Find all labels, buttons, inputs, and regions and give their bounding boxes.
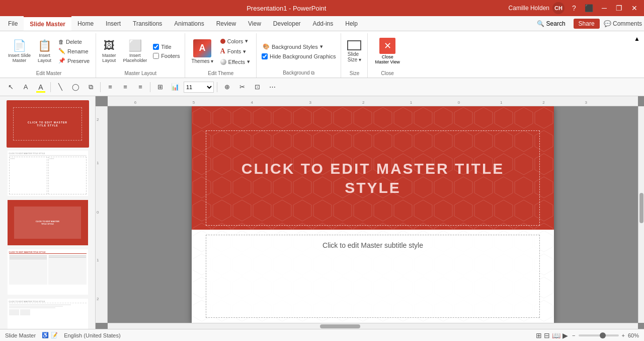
slide-4-preview: CLICK TO EDIT MASTER TITLE STYLE bbox=[8, 249, 88, 295]
tab-insert[interactable]: Insert bbox=[100, 16, 127, 31]
hide-background-checkbox[interactable]: Hide Background Graphics bbox=[260, 53, 338, 60]
slide-size-button[interactable]: SlideSize ▾ bbox=[344, 38, 364, 64]
title-checkbox[interactable]: Title bbox=[151, 43, 182, 50]
slide-3-preview: CLICK TO EDIT MASTERTITLE STYLE bbox=[8, 200, 88, 245]
zoom-thumb[interactable] bbox=[600, 332, 606, 338]
background-label: Background ⧉ bbox=[260, 69, 338, 78]
tab-view[interactable]: View bbox=[242, 16, 267, 31]
presentation-view-button[interactable]: ▶ bbox=[562, 331, 568, 339]
tab-addins[interactable]: Add-ins bbox=[307, 16, 340, 31]
zoom-in-button[interactable]: + bbox=[622, 332, 625, 338]
title-placeholder[interactable]: CLICK TO EDIT MASTER TITLE STYLE bbox=[206, 130, 540, 226]
ruler-horizontal: 6 5 4 3 2 1 0 1 2 3 bbox=[108, 96, 638, 106]
effects-button[interactable]: Effects ▾ bbox=[217, 57, 253, 66]
view-buttons: ⊞ ⊟ 📖 ▶ bbox=[536, 331, 568, 339]
colors-button[interactable]: Colors ▾ bbox=[217, 37, 253, 45]
close-master-label: CloseMaster View bbox=[375, 55, 399, 65]
align-left[interactable]: ≡ bbox=[104, 81, 117, 94]
slide-thumb-4[interactable]: CLICK TO EDIT MASTER TITLE STYLE bbox=[7, 248, 89, 296]
share-button[interactable]: Share bbox=[574, 19, 600, 29]
zoom-slider[interactable] bbox=[579, 334, 619, 336]
user-initials: CH bbox=[554, 5, 562, 11]
help-icon[interactable]: ? bbox=[569, 3, 580, 14]
edit-master-label: Edit Master bbox=[5, 70, 93, 78]
tab-slide-master[interactable]: Slide Master bbox=[24, 16, 71, 31]
insert-placeholder-button[interactable]: ⬜ InsertPlaceholder bbox=[120, 37, 150, 65]
themes-button[interactable]: A Themes ▾ bbox=[188, 37, 216, 66]
bg-styles-icon: 🎨 bbox=[263, 43, 270, 50]
delete-button[interactable]: 🗑 Delete bbox=[55, 38, 93, 46]
font-size-select[interactable]: 11 12 14 16 bbox=[184, 82, 214, 93]
v-scroll-thumb[interactable] bbox=[639, 193, 643, 223]
tab-file[interactable]: File bbox=[2, 16, 24, 31]
align-right[interactable]: ≡ bbox=[134, 81, 147, 94]
zoom-tool[interactable]: ⊕ bbox=[220, 81, 233, 94]
align-center[interactable]: ≡ bbox=[119, 81, 132, 94]
more-tool[interactable]: ⋯ bbox=[266, 81, 279, 94]
cursor-tool[interactable]: ↖ bbox=[4, 81, 17, 94]
zoom-out-button[interactable]: − bbox=[572, 332, 575, 338]
slide-sorter-button[interactable]: ⊟ bbox=[544, 331, 550, 339]
ribbon-collapse-icon[interactable]: ⬛ bbox=[584, 3, 595, 14]
tab-review[interactable]: Review bbox=[210, 16, 242, 31]
slide-thumb-5[interactable]: CLICK TO EDIT MASTER TITLE STYLE bbox=[7, 298, 89, 329]
line-tool[interactable]: ╲ bbox=[54, 81, 67, 94]
title-bar: Presentation1 - PowerPoint Camille Holde… bbox=[0, 0, 644, 16]
crop-tool[interactable]: ✂ bbox=[235, 81, 249, 94]
title-bar-controls: Camille Holden CH ? ⬛ ─ ❐ ✕ bbox=[509, 2, 640, 14]
tab-home[interactable]: Home bbox=[71, 16, 100, 31]
slide-canvas: CLICK TO EDIT MASTER TITLE STYLE bbox=[108, 106, 638, 323]
subtitle-placeholder[interactable]: Click to edit Master subtitle style bbox=[206, 235, 540, 318]
fonts-label: Fonts bbox=[227, 48, 242, 54]
close-master-view-button[interactable]: ✕ CloseMaster View bbox=[371, 36, 404, 67]
notes-icon[interactable]: 📝 bbox=[51, 332, 58, 338]
ruler-v-marks: 2 1 0 1 2 bbox=[96, 106, 107, 323]
toolbar-separator-4 bbox=[217, 82, 217, 92]
master-layout-button[interactable]: 🖼 MasterLayout bbox=[99, 37, 119, 65]
footers-checkbox[interactable]: Footers bbox=[151, 52, 182, 59]
table-tool[interactable]: ⊞ bbox=[153, 81, 167, 94]
accessibility-icon[interactable]: ♿ bbox=[42, 332, 49, 338]
preserve-icon: 📌 bbox=[58, 57, 65, 64]
background-styles-button[interactable]: 🎨 Background Styles ▾ bbox=[260, 42, 338, 51]
insert-slide-master-icon: 📄 bbox=[13, 39, 26, 52]
ribbon-collapse-button[interactable]: ▲ bbox=[632, 33, 642, 78]
themes-label: Themes bbox=[191, 58, 209, 64]
insert-slide-master-button[interactable]: 📄 Insert SlideMaster bbox=[5, 37, 34, 65]
slide-size-icon bbox=[347, 40, 361, 50]
preserve-button[interactable]: 📌 Preserve bbox=[55, 56, 93, 65]
delete-icon: 🗑 bbox=[58, 39, 64, 45]
close-button[interactable]: ✕ bbox=[629, 3, 640, 14]
vertical-scrollbar[interactable] bbox=[638, 106, 644, 323]
shapes-tool[interactable]: ◯ bbox=[69, 81, 82, 94]
tab-help[interactable]: Help bbox=[339, 16, 364, 31]
tab-developer[interactable]: Developer bbox=[267, 16, 307, 31]
close-group-label: Close bbox=[371, 70, 404, 78]
restore-button[interactable]: ❐ bbox=[614, 3, 625, 14]
minimize-button[interactable]: ─ bbox=[599, 3, 610, 14]
tab-transitions[interactable]: Transitions bbox=[127, 16, 168, 31]
background-expand-icon[interactable]: ⧉ bbox=[311, 70, 314, 76]
search-box[interactable]: 🔍 Search bbox=[537, 20, 566, 27]
fonts-button[interactable]: A Fonts ▾ bbox=[217, 46, 253, 56]
comments-button[interactable]: 💬 Comments bbox=[604, 20, 642, 27]
normal-view-button[interactable]: ⊞ bbox=[536, 331, 542, 339]
slide-thumb-1[interactable]: CLICK TO EDIT MASTERTITLE STYLE bbox=[7, 100, 89, 148]
highlight-tool[interactable]: A bbox=[34, 81, 47, 94]
ruler-h-marks: 6 5 4 3 2 1 0 1 2 3 bbox=[108, 96, 638, 106]
group-tool[interactable]: ⊡ bbox=[251, 81, 264, 94]
reading-view-button[interactable]: 📖 bbox=[552, 331, 560, 339]
horizontal-scrollbar[interactable] bbox=[108, 323, 638, 329]
tab-animations[interactable]: Animations bbox=[168, 16, 210, 31]
slide-thumb-2[interactable]: CLICK TO EDIT MASTER TITLE STYLE content… bbox=[7, 150, 89, 197]
toolbar-separator-3 bbox=[150, 82, 150, 92]
arrange-tool[interactable]: ⧉ bbox=[84, 81, 97, 94]
font-color-tool[interactable]: A bbox=[19, 81, 32, 94]
rename-button[interactable]: ✏️ Rename bbox=[55, 47, 93, 55]
slide-1-preview: CLICK TO EDIT MASTERTITLE STYLE bbox=[8, 101, 88, 147]
chart-tool[interactable]: 📊 bbox=[169, 81, 182, 94]
slide-thumb-3[interactable]: CLICK TO EDIT MASTERTITLE STYLE bbox=[7, 199, 89, 246]
status-bar-right: ⊞ ⊟ 📖 ▶ − + 60% bbox=[536, 331, 639, 339]
insert-layout-button[interactable]: 📋 InsertLayout bbox=[35, 37, 54, 65]
h-scroll-thumb[interactable] bbox=[320, 324, 360, 328]
